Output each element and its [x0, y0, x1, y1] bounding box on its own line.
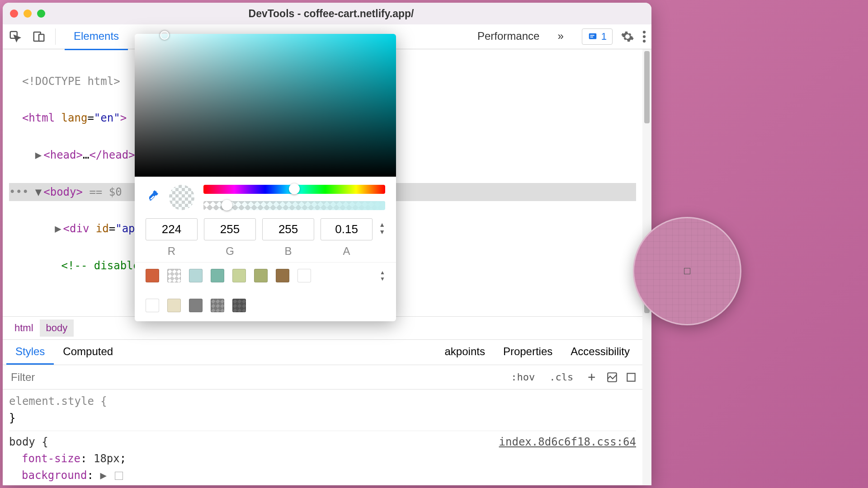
- color-swatch-icon[interactable]: [115, 472, 123, 480]
- alpha-slider[interactable]: [203, 201, 385, 210]
- svg-rect-10: [627, 373, 635, 381]
- cls-toggle[interactable]: .cls: [546, 370, 577, 385]
- color-mode-switcher[interactable]: ▲▼: [379, 218, 385, 235]
- palette-swatch[interactable]: [167, 269, 181, 282]
- palette-swatch[interactable]: [254, 269, 268, 282]
- magnifier-crosshair-icon: [684, 268, 690, 274]
- styles-pane[interactable]: element.style { } index.8d6c6f18.css:64 …: [3, 389, 642, 485]
- inspect-element-icon[interactable]: [8, 29, 23, 44]
- palette-swatch[interactable]: [276, 269, 289, 282]
- palette-swatch[interactable]: [189, 269, 203, 282]
- b-label: B: [262, 245, 314, 258]
- styles-toolbar: :hov .cls +: [3, 365, 642, 389]
- tab-performance[interactable]: Performance: [468, 23, 548, 50]
- palette-swatch[interactable]: [232, 299, 246, 312]
- subtab-breakpoints[interactable]: akpoints: [436, 340, 494, 365]
- crumb-html[interactable]: html: [8, 319, 40, 337]
- palette-swatches: ▲▼: [135, 262, 396, 321]
- window-title: DevTools - coffee-cart.netlify.app/: [45, 8, 617, 20]
- palette-swatch[interactable]: [167, 299, 181, 312]
- element-style-selector[interactable]: element.style {: [9, 395, 107, 408]
- palette-swatch[interactable]: [297, 269, 311, 282]
- tab-elements[interactable]: Elements: [65, 23, 128, 50]
- saturation-value-field[interactable]: [135, 34, 396, 177]
- g-label: G: [204, 245, 256, 258]
- palette-swatch[interactable]: [146, 299, 159, 312]
- eyedropper-magnifier: [633, 217, 741, 325]
- css-property[interactable]: font-size: [22, 452, 80, 465]
- computed-styles-icon[interactable]: [606, 371, 618, 383]
- zoom-window-button[interactable]: [37, 9, 45, 18]
- rendering-icon[interactable]: [625, 371, 637, 383]
- subtab-properties[interactable]: Properties: [494, 340, 561, 365]
- svg-point-8: [643, 40, 646, 42]
- minimize-window-button[interactable]: [24, 9, 32, 18]
- eyedropper-icon[interactable]: [146, 190, 160, 205]
- hue-handle[interactable]: [289, 183, 300, 194]
- svg-point-7: [643, 35, 646, 38]
- sv-handle[interactable]: [160, 31, 169, 40]
- svg-point-6: [643, 31, 646, 33]
- issues-icon: [588, 32, 598, 42]
- more-menu-icon[interactable]: [642, 30, 646, 43]
- filter-input[interactable]: [8, 368, 500, 386]
- b-input[interactable]: [262, 218, 314, 240]
- traffic-lights: [10, 9, 45, 18]
- device-toolbar-icon[interactable]: [32, 29, 46, 44]
- svg-rect-5: [590, 37, 593, 38]
- r-label: R: [146, 245, 198, 258]
- subtab-accessibility[interactable]: Accessibility: [561, 340, 639, 365]
- rule-source-link[interactable]: index.8d6c6f18.css:64: [499, 434, 636, 450]
- settings-gear-icon[interactable]: [621, 30, 634, 43]
- hue-slider[interactable]: [203, 185, 385, 194]
- alpha-handle[interactable]: [222, 200, 232, 211]
- g-input[interactable]: [204, 218, 256, 240]
- r-input[interactable]: [146, 218, 198, 240]
- palette-swatch[interactable]: [211, 269, 224, 282]
- more-tabs-button[interactable]: »: [548, 23, 572, 50]
- palette-swatch[interactable]: [189, 299, 203, 312]
- a-input[interactable]: [321, 218, 373, 240]
- color-picker-popup: R G B A ▲▼ ▲▼: [135, 34, 396, 321]
- svg-rect-2: [39, 34, 44, 41]
- palette-swatch[interactable]: [211, 299, 224, 312]
- svg-rect-4: [590, 35, 594, 36]
- palette-swatch[interactable]: [146, 269, 159, 282]
- crumb-body[interactable]: body: [40, 319, 74, 337]
- issues-count: 1: [601, 31, 607, 42]
- css-property[interactable]: background: [22, 469, 87, 482]
- color-preview-swatch: [169, 185, 194, 210]
- subtab-computed[interactable]: Computed: [54, 340, 122, 365]
- a-label: A: [321, 245, 373, 258]
- titlebar: DevTools - coffee-cart.netlify.app/: [3, 3, 651, 24]
- issues-badge[interactable]: 1: [582, 28, 613, 45]
- subtab-styles[interactable]: Styles: [6, 340, 54, 365]
- hov-toggle[interactable]: :hov: [507, 370, 538, 385]
- close-window-button[interactable]: [10, 9, 18, 18]
- palette-switcher[interactable]: ▲▼: [380, 269, 385, 282]
- palette-swatch[interactable]: [232, 269, 246, 282]
- svg-rect-3: [589, 33, 597, 39]
- new-style-rule-button[interactable]: +: [584, 368, 599, 386]
- sidebar-tabs: Styles Computed akpoints Properties Acce…: [3, 340, 642, 365]
